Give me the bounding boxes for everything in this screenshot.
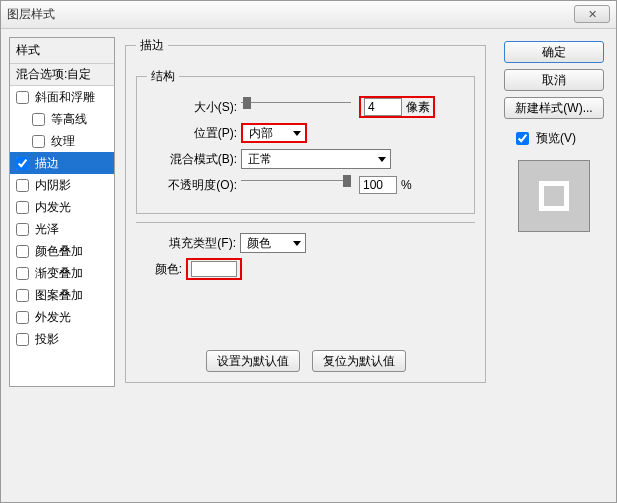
style-item-label: 内发光 [35, 199, 71, 216]
style-item-1[interactable]: 等高线 [10, 108, 114, 130]
style-item-label: 外发光 [35, 309, 71, 326]
chevron-down-icon [293, 131, 301, 136]
opacity-row: 不透明度(O): % [147, 173, 464, 197]
styles-panel: 样式 混合选项:自定 斜面和浮雕等高线纹理描边内阴影内发光光泽颜色叠加渐变叠加图… [9, 37, 115, 387]
style-item-label: 纹理 [51, 133, 75, 150]
style-item-5[interactable]: 内发光 [10, 196, 114, 218]
color-row: 颜色: [146, 257, 465, 281]
close-button[interactable]: ✕ [574, 5, 610, 23]
dialog-title: 图层样式 [7, 6, 55, 23]
new-style-button[interactable]: 新建样式(W)... [504, 97, 604, 119]
style-item-8[interactable]: 渐变叠加 [10, 262, 114, 284]
opacity-label: 不透明度(O): [147, 177, 241, 194]
filltype-row: 填充类型(F): 颜色 [146, 231, 465, 255]
style-item-label: 投影 [35, 331, 59, 348]
style-item-checkbox[interactable] [16, 333, 29, 346]
chevron-down-icon [293, 241, 301, 246]
size-slider[interactable] [241, 102, 351, 118]
preview-box [518, 160, 590, 232]
size-label: 大小(S): [147, 99, 241, 116]
position-select[interactable]: 内部 [241, 123, 307, 143]
style-item-label: 内阴影 [35, 177, 71, 194]
style-item-checkbox[interactable] [32, 113, 45, 126]
style-item-label: 图案叠加 [35, 287, 83, 304]
position-row: 位置(P): 内部 [147, 121, 464, 145]
styles-header[interactable]: 样式 [10, 38, 114, 64]
color-swatch[interactable] [191, 261, 237, 277]
blend-options-row[interactable]: 混合选项:自定 [10, 64, 114, 86]
stroke-legend: 描边 [136, 37, 168, 54]
style-item-label: 渐变叠加 [35, 265, 83, 282]
style-item-label: 斜面和浮雕 [35, 89, 95, 106]
filltype-value: 颜色 [247, 235, 271, 252]
color-label: 颜色: [146, 261, 186, 278]
size-unit: 像素 [406, 99, 430, 116]
style-item-0[interactable]: 斜面和浮雕 [10, 86, 114, 108]
opacity-unit: % [401, 178, 412, 192]
preview-label: 预览(V) [536, 130, 576, 147]
style-item-9[interactable]: 图案叠加 [10, 284, 114, 306]
style-item-checkbox[interactable] [32, 135, 45, 148]
color-highlight [186, 258, 242, 280]
fill-fieldset: 填充类型(F): 颜色 颜色: [136, 222, 475, 285]
style-item-checkbox[interactable] [16, 91, 29, 104]
blend-options-label: 混合选项:自定 [16, 66, 91, 83]
style-item-4[interactable]: 内阴影 [10, 174, 114, 196]
blendmode-label: 混合模式(B): [147, 151, 241, 168]
layer-style-dialog: 图层样式 ✕ 样式 混合选项:自定 斜面和浮雕等高线纹理描边内阴影内发光光泽颜色… [0, 0, 617, 503]
blendmode-value: 正常 [248, 151, 272, 168]
size-input[interactable] [364, 98, 402, 116]
style-item-checkbox[interactable] [16, 201, 29, 214]
size-row: 大小(S): 像素 [147, 95, 464, 119]
position-value: 内部 [249, 125, 273, 142]
preview-checkbox[interactable] [516, 132, 529, 145]
default-buttons: 设置为默认值 复位为默认值 [126, 350, 485, 372]
preview-swatch [539, 181, 569, 211]
blendmode-row: 混合模式(B): 正常 [147, 147, 464, 171]
filltype-select[interactable]: 颜色 [240, 233, 306, 253]
style-item-checkbox[interactable] [16, 223, 29, 236]
position-label: 位置(P): [147, 125, 241, 142]
style-item-10[interactable]: 外发光 [10, 306, 114, 328]
style-item-checkbox[interactable] [16, 267, 29, 280]
style-item-2[interactable]: 纹理 [10, 130, 114, 152]
style-item-7[interactable]: 颜色叠加 [10, 240, 114, 262]
preview-toggle-row: 预览(V) [504, 129, 604, 148]
chevron-down-icon [378, 157, 386, 162]
style-item-3[interactable]: 描边 [10, 152, 114, 174]
reset-default-button[interactable]: 复位为默认值 [312, 350, 406, 372]
style-item-checkbox[interactable] [16, 157, 29, 170]
structure-fieldset: 结构 大小(S): 像素 位置(P): 内部 [136, 68, 475, 214]
set-default-button[interactable]: 设置为默认值 [206, 350, 300, 372]
right-column: 确定 取消 新建样式(W)... 预览(V) [496, 37, 608, 494]
size-highlight: 像素 [359, 96, 435, 118]
style-item-checkbox[interactable] [16, 179, 29, 192]
structure-legend: 结构 [147, 68, 179, 85]
titlebar: 图层样式 ✕ [1, 1, 616, 29]
opacity-input[interactable] [359, 176, 397, 194]
ok-button[interactable]: 确定 [504, 41, 604, 63]
dialog-body: 样式 混合选项:自定 斜面和浮雕等高线纹理描边内阴影内发光光泽颜色叠加渐变叠加图… [1, 29, 616, 502]
style-item-label: 描边 [35, 155, 59, 172]
opacity-slider[interactable] [241, 180, 351, 196]
blendmode-select[interactable]: 正常 [241, 149, 391, 169]
filltype-label: 填充类型(F): [146, 235, 240, 252]
style-item-11[interactable]: 投影 [10, 328, 114, 350]
style-item-6[interactable]: 光泽 [10, 218, 114, 240]
style-item-label: 等高线 [51, 111, 87, 128]
close-icon: ✕ [588, 8, 597, 21]
style-item-checkbox[interactable] [16, 245, 29, 258]
style-item-checkbox[interactable] [16, 289, 29, 302]
cancel-button[interactable]: 取消 [504, 69, 604, 91]
stroke-fieldset: 描边 结构 大小(S): 像素 位置(P): 内部 [125, 37, 486, 383]
settings-panel: 描边 结构 大小(S): 像素 位置(P): 内部 [115, 37, 496, 494]
style-item-label: 颜色叠加 [35, 243, 83, 260]
style-item-label: 光泽 [35, 221, 59, 238]
style-item-checkbox[interactable] [16, 311, 29, 324]
